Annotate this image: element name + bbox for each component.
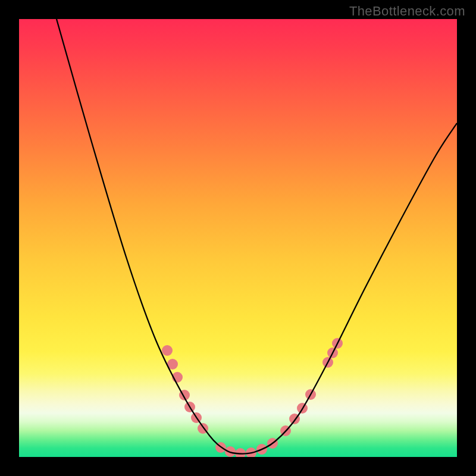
watermark-text: TheBottleneck.com [349,4,465,19]
data-dot [162,345,173,356]
curve-line [57,19,457,454]
data-dots [162,338,343,457]
chart-frame [19,19,457,457]
data-dot [235,448,246,457]
chart-svg [19,19,457,457]
